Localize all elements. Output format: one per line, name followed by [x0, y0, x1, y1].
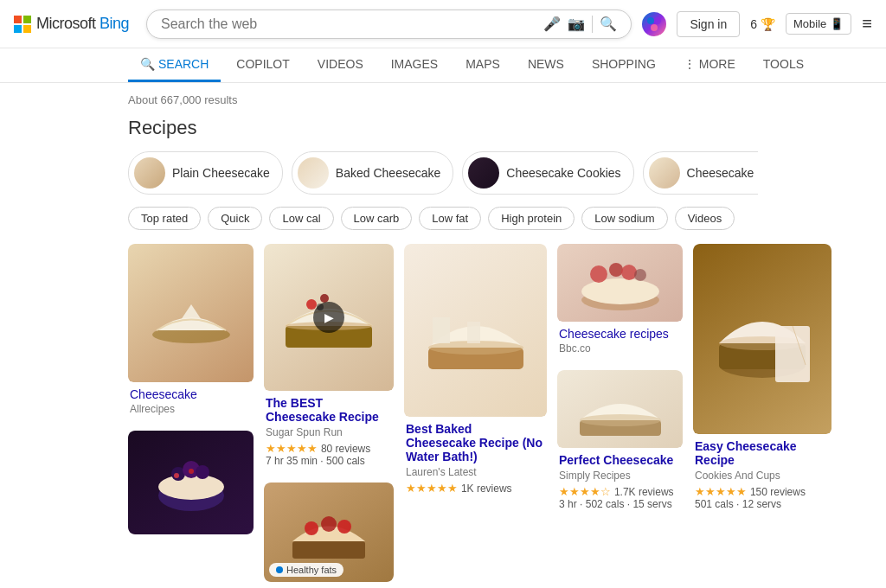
- recipe-source-perfect: Simply Recipes: [559, 470, 681, 482]
- recipe-chip-label-base: Cheesecake Base: [687, 166, 758, 180]
- cheesecake-svg-allrecipes: [148, 270, 234, 356]
- recipe-rating-easy: ★★★★★ 150 reviews: [695, 484, 830, 498]
- badge-text: Healthy fats: [286, 565, 337, 575]
- recipe-card-best[interactable]: ▶ The BEST Cheesecake Recipe Sugar Spun …: [264, 244, 394, 472]
- recipe-chip-img-base: [649, 157, 680, 189]
- recipe-card-no-water-bath[interactable]: Best Baked Cheesecake Recipe (No Water B…: [404, 244, 547, 500]
- recipe-source-bbc: Bbc.co: [559, 342, 681, 355]
- recipe-chip-baked-cheesecake[interactable]: Baked Cheesecake: [292, 151, 453, 195]
- filter-top-rated[interactable]: Top rated: [128, 207, 201, 230]
- recipe-img-perfect: [557, 370, 683, 448]
- recipe-info-best: The BEST Cheesecake Recipe Sugar Spun Ru…: [264, 391, 394, 472]
- filter-high-protein[interactable]: High protein: [488, 207, 575, 230]
- recipe-info-allrecipes: Cheesecake Allrecipes: [128, 382, 254, 420]
- nav-item-maps[interactable]: MAPS: [453, 48, 512, 82]
- logo-sq-blue: [14, 25, 22, 33]
- recipe-chip-img-cookies: [468, 157, 499, 189]
- nav-item-images[interactable]: IMAGES: [379, 48, 450, 82]
- recipe-card-allrecipes[interactable]: Cheesecake Allrecipes: [128, 244, 254, 420]
- svg-point-17: [305, 521, 318, 535]
- recipe-title-best: The BEST Cheesecake Recipe: [266, 396, 392, 424]
- nav-item-more[interactable]: ⋮ MORE: [671, 48, 748, 82]
- recipe-img-best: ▶: [264, 244, 394, 391]
- recipe-chip-base[interactable]: Cheesecake Base: [643, 151, 758, 195]
- results-count: About 667,000 results: [128, 93, 758, 106]
- sign-in-button[interactable]: Sign in: [677, 11, 740, 37]
- svg-point-28: [621, 265, 637, 280]
- camera-icon[interactable]: 📷: [568, 16, 585, 32]
- filter-videos[interactable]: Videos: [675, 207, 735, 230]
- filter-quick[interactable]: Quick: [208, 207, 262, 230]
- recipes-section-title: Recipes: [128, 117, 758, 139]
- recipe-card-bbc[interactable]: Cheesecake recipes Bbc.co: [557, 244, 683, 360]
- filter-low-cal[interactable]: Low cal: [269, 207, 333, 230]
- recipe-col-3: Best Baked Cheesecake Recipe (No Water B…: [404, 244, 547, 582]
- search-submit-button[interactable]: 🔍: [600, 16, 617, 32]
- filter-low-fat[interactable]: Low fat: [419, 207, 481, 230]
- svg-rect-23: [467, 322, 480, 343]
- recipe-chip-img-baked: [298, 157, 329, 189]
- nav-item-tools[interactable]: TOOLS: [751, 48, 816, 82]
- microsoft-logo-squares: [14, 16, 31, 33]
- perfect-cheesecake-svg: [573, 379, 668, 439]
- nav-item-news[interactable]: NEWS: [516, 48, 576, 82]
- badge-dot: [276, 566, 283, 573]
- svg-point-19: [337, 520, 351, 534]
- copilot-icon[interactable]: [642, 12, 666, 36]
- microsoft-bing-logo[interactable]: Microsoft Bing: [14, 15, 129, 33]
- recipe-card-healthy-fats[interactable]: Healthy fats: [264, 483, 394, 582]
- bbc-cheesecake-svg: [573, 252, 668, 313]
- svg-point-2: [651, 24, 658, 31]
- recipe-title-easy: Easy Cheesecake Recipe: [695, 439, 830, 467]
- microphone-icon[interactable]: 🎤: [543, 16, 561, 32]
- recipe-card-easy[interactable]: Easy Cheesecake Recipe Cookies And Cups …: [693, 244, 831, 515]
- hamburger-menu-button[interactable]: ≡: [862, 14, 872, 34]
- recipe-meta-best: 7 hr 35 min · 500 cals: [266, 455, 392, 467]
- recipe-chips-row: Plain Cheesecake Baked Cheesecake Cheese…: [128, 151, 758, 195]
- stars-perfect: ★★★★☆: [559, 485, 611, 498]
- search-input[interactable]: cheesecake recipes: [161, 16, 536, 32]
- search-bar: cheesecake recipes 🎤 📷 🔍: [146, 10, 632, 39]
- recipe-img-no-water-bath: [404, 244, 547, 417]
- svg-point-27: [609, 263, 623, 277]
- filter-chips-row: Top rated Quick Low cal Low carb Low fat…: [128, 207, 758, 230]
- reviews-easy: 150 reviews: [750, 486, 806, 498]
- recipe-col-4: Cheesecake recipes Bbc.co Perfect Che: [557, 244, 683, 582]
- filter-low-carb[interactable]: Low carb: [341, 207, 413, 230]
- points-badge[interactable]: 6 🏆: [750, 17, 775, 31]
- recipe-source-no-water-bath: Lauren's Latest: [406, 466, 545, 478]
- recipe-info-easy: Easy Cheesecake Recipe Cookies And Cups …: [693, 434, 831, 515]
- copilot-svg: [646, 16, 662, 32]
- svg-point-9: [174, 473, 179, 478]
- recipe-title-no-water-bath: Best Baked Cheesecake Recipe (No Water B…: [406, 422, 545, 463]
- navigation: 🔍 SEARCH COPILOT VIDEOS IMAGES MAPS NEWS…: [0, 48, 886, 83]
- search-divider: [592, 16, 593, 33]
- recipe-card-perfect[interactable]: Perfect Cheesecake Simply Recipes ★★★★☆ …: [557, 370, 683, 515]
- recipe-title-perfect: Perfect Cheesecake: [559, 453, 681, 467]
- recipe-img-berry: [128, 431, 254, 534]
- easy-cheesecake-svg: [706, 283, 819, 395]
- filter-low-sodium[interactable]: Low sodium: [581, 207, 667, 230]
- nav-item-copilot[interactable]: COPILOT: [224, 48, 301, 82]
- nav-item-shopping[interactable]: SHOPPING: [580, 48, 668, 82]
- recipe-chip-cookies[interactable]: Cheesecake Cookies: [462, 151, 633, 195]
- nav-item-search[interactable]: 🔍 SEARCH: [128, 48, 221, 82]
- logo-sq-yellow: [23, 25, 31, 33]
- recipe-card-berry[interactable]: [128, 431, 254, 534]
- recipe-chip-plain-cheesecake[interactable]: Plain Cheesecake: [128, 151, 283, 195]
- no-water-bath-svg: [420, 283, 532, 378]
- svg-rect-22: [433, 317, 450, 343]
- header: Microsoft Bing cheesecake recipes 🎤 📷 🔍 …: [0, 0, 886, 48]
- svg-point-1: [654, 17, 661, 24]
- recipe-col-1: Cheesecake Allrecipes: [128, 244, 254, 582]
- main-content: About 667,000 results Recipes Plain Chee…: [0, 83, 886, 588]
- svg-point-10: [189, 469, 194, 474]
- recipe-meta-easy: 501 cals · 12 servs: [695, 498, 830, 510]
- mobile-button[interactable]: Mobile 📱: [786, 13, 851, 35]
- nav-item-videos[interactable]: VIDEOS: [305, 48, 376, 82]
- mobile-label: Mobile: [793, 17, 826, 30]
- recipe-col-2: ▶ The BEST Cheesecake Recipe Sugar Spun …: [264, 244, 394, 582]
- stars-easy: ★★★★★: [695, 485, 747, 498]
- play-button-best[interactable]: ▶: [313, 302, 344, 333]
- berry-cheesecake-svg: [152, 448, 230, 517]
